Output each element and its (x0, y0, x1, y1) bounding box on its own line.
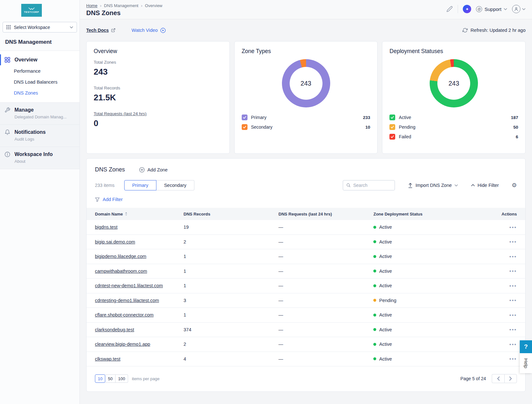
sidebar-item-overview[interactable]: Overview (0, 54, 79, 66)
table-row: clkswap.test 4 — Active ••• (87, 352, 525, 367)
domain-link[interactable]: cflare.shpbot-connector.com (95, 312, 154, 317)
legend-row[interactable]: Failed 6 (389, 132, 518, 142)
play-circle-icon (160, 28, 166, 33)
row-actions-menu[interactable]: ••• (509, 239, 517, 244)
legend-checkbox[interactable] (389, 134, 395, 140)
legend-checkbox[interactable] (242, 124, 247, 130)
active-indicator-bar (0, 54, 1, 65)
legend-row[interactable]: Primary 233 (242, 113, 370, 122)
legend-value: 6 (516, 134, 518, 139)
ai-assistant-icon[interactable]: ✦ (463, 5, 471, 13)
support-menu[interactable]: @ Support (476, 6, 507, 12)
domain-link[interactable]: clkswap.test (95, 356, 120, 362)
sidebar-item-manage-label: Manage (14, 107, 34, 113)
status-cell: Active (373, 356, 472, 362)
dns-records-value: 3 (183, 298, 278, 303)
domain-link[interactable]: bigdns.test (95, 225, 117, 230)
domain-link[interactable]: cdntesting-demo1.lilactest.com (95, 298, 159, 303)
header-actions: ✦ @ Support (446, 5, 526, 13)
sidebar-item-manage[interactable]: Manage Delegated Domain Manag... (0, 103, 79, 125)
table-row: clearview.bigip-demo1.app 2 — Active ••• (87, 337, 525, 352)
chevron-down-icon (522, 8, 526, 10)
nav-overview-section: Overview Performance DNS Load Balancers … (0, 51, 79, 103)
table-settings-gear-icon[interactable]: ⚙ (512, 182, 517, 188)
sort-icon[interactable] (125, 212, 127, 216)
chevron-down-icon (70, 26, 73, 29)
status-label: Active (379, 239, 392, 244)
watch-video-link[interactable]: Watch Video (132, 28, 166, 33)
search-input[interactable] (353, 183, 391, 188)
legend-row[interactable]: Active 187 (389, 113, 518, 122)
domain-link[interactable]: clearview.bigip-demo1.app (95, 342, 150, 347)
sidebar-item-performance[interactable]: Performance (0, 66, 79, 77)
row-actions-menu[interactable]: ••• (509, 356, 517, 362)
row-actions-menu[interactable]: ••• (509, 283, 517, 289)
domain-link[interactable]: bigipdemo.lilacedge.com (95, 254, 146, 259)
help-question-button[interactable]: ? (520, 340, 532, 353)
header-divider (458, 5, 458, 13)
row-actions-menu[interactable]: ••• (509, 268, 517, 274)
row-actions-menu[interactable]: ••• (509, 327, 517, 332)
user-menu[interactable] (512, 5, 526, 13)
dns-records-value: 1 (183, 254, 278, 259)
breadcrumb: Home › DNS Management › Overview (86, 3, 163, 8)
tech-docs-link[interactable]: Tech Docs (86, 28, 116, 33)
legend-row[interactable]: Pending 50 (389, 122, 518, 132)
dns-records-value: 1 (183, 312, 278, 317)
sidebar-item-notifications-label: Notifications (14, 129, 46, 135)
page-size-10[interactable]: 10 (95, 374, 105, 383)
tab-primary[interactable]: Primary (124, 180, 156, 190)
import-dns-zone-button[interactable]: Import DNS Zone (408, 183, 458, 188)
sidebar-item-notifications[interactable]: Notifications Audit Logs (0, 125, 79, 147)
row-actions-menu[interactable]: ••• (509, 254, 517, 259)
legend-checkbox[interactable] (389, 115, 395, 120)
dns-requests-value: — (278, 254, 373, 259)
domain-link[interactable]: campwithabathroom.com (95, 269, 147, 274)
page-size-100[interactable]: 100 (116, 374, 128, 383)
header-left: Home › DNS Management › Overview DNS Zon… (86, 3, 163, 17)
domain-link[interactable]: bigip.sai.demo.com (95, 239, 135, 244)
status-dot (373, 299, 376, 302)
previous-page-button[interactable] (492, 374, 504, 383)
status-cell: Pending (373, 298, 472, 303)
sidebar-item-workspace-info[interactable]: Workspace Info About (0, 147, 79, 169)
page-size-50[interactable]: 50 (105, 374, 115, 383)
legend-row[interactable]: Secondary 10 (242, 122, 370, 132)
donut-total: 243 (301, 80, 311, 87)
support-label: Support (484, 6, 501, 12)
legend-checkbox[interactable] (389, 124, 395, 130)
dns-requests-value: — (278, 225, 373, 230)
breadcrumb-dns-management[interactable]: DNS Management (104, 3, 138, 8)
next-page-button[interactable] (504, 374, 517, 383)
add-zone-button[interactable]: Add Zone (139, 167, 168, 173)
workspace-selector[interactable]: Select Workspace (3, 22, 77, 32)
refresh-button[interactable]: Refresh: Updated 2 hr ago (462, 28, 526, 33)
subheader: Tech Docs Watch Video Refresh: Updated 2… (86, 19, 526, 41)
row-actions-menu[interactable]: ••• (509, 312, 517, 318)
logo-wings-icon (28, 7, 35, 10)
add-filter-button[interactable]: Add Filter (87, 197, 525, 202)
breadcrumb-overview[interactable]: Overview (145, 3, 162, 8)
status-dot (373, 270, 376, 272)
column-domain-name[interactable]: Domain Name (95, 212, 183, 216)
stat-total-requests: Total Requests (last 24 hrs) 0 (94, 111, 222, 128)
breadcrumb-home[interactable]: Home (86, 3, 98, 8)
sidebar-item-dns-zones[interactable]: DNS Zones (0, 87, 79, 98)
domain-link[interactable]: clarksondebug.test (95, 327, 134, 332)
row-actions-menu[interactable]: ••• (509, 298, 517, 303)
legend-value: 10 (365, 125, 370, 130)
hide-filter-button[interactable]: Hide Filter (471, 183, 499, 188)
page-title: DNS Zones (86, 9, 163, 17)
status-cell: Active (373, 312, 472, 317)
dns-requests-value: — (278, 312, 373, 317)
domain-link[interactable]: cdntest-new-demo1.lilactest.com (95, 283, 163, 288)
row-actions-menu[interactable]: ••• (509, 342, 517, 347)
help-tab[interactable]: Help (520, 353, 532, 373)
dns-records-value: 2 (183, 342, 278, 347)
row-actions-menu[interactable]: ••• (509, 225, 517, 230)
tab-secondary[interactable]: Secondary (156, 180, 194, 190)
sidebar-item-dns-load-balancers[interactable]: DNS Load Balancers (0, 77, 79, 87)
theme-brush-icon[interactable] (446, 6, 453, 12)
legend-checkbox[interactable] (242, 115, 247, 120)
stat-label-link[interactable]: Total Requests (last 24 hrs) (94, 111, 222, 116)
